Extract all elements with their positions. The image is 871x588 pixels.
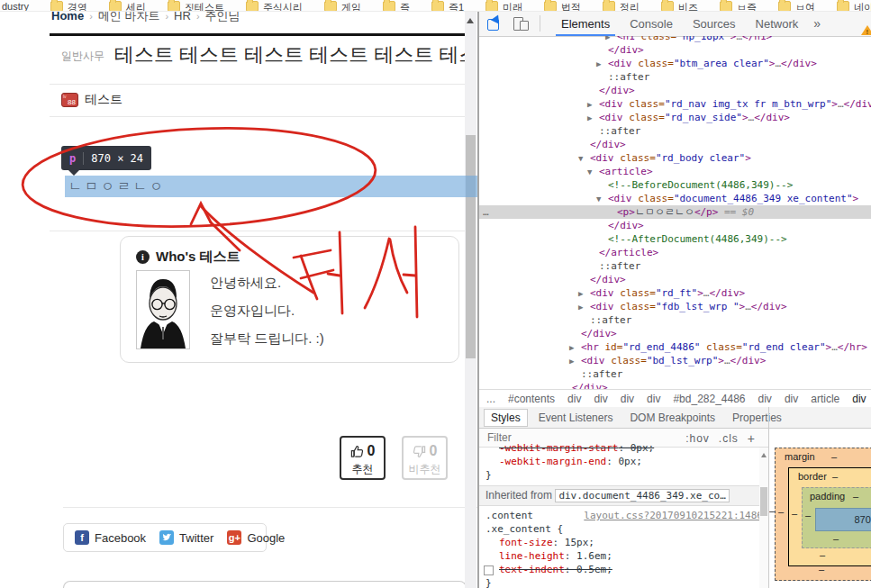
dom-crumb[interactable]: article [811,393,839,405]
sidebar-tab-properties[interactable]: Properties [726,410,788,426]
expand-arrow-closed[interactable]: ▶ [587,112,599,125]
more-tabs-icon[interactable]: » [813,16,821,31]
expand-arrow-closed[interactable]: ▶ [578,301,590,314]
tab-network[interactable]: Network [750,12,804,36]
dom-tree-line[interactable]: ▶<hr id="rd_end_4486" class="rd_end clea… [479,340,871,354]
bookmark-item[interactable]: 짓테스트 [168,1,224,12]
dom-tree-line[interactable]: ▼<div class="document_4486_349 xe_conten… [479,192,871,205]
expand-arrow-closed[interactable]: ▶ [569,341,581,355]
bookmark-partial-label[interactable]: dustry [2,1,29,12]
dom-tree-line[interactable]: </div> [479,43,871,57]
vote-down-button[interactable]: 0 비추천 [402,436,448,480]
expand-arrow-open[interactable]: ▼ [596,193,608,206]
share-twitter-button[interactable]: Twitter [159,530,213,545]
bookmark-item[interactable]: 네이버 [837,1,871,12]
css-property[interactable]: -webkit-margin-start: 0px; [479,441,768,455]
warning-icon[interactable] [861,19,871,35]
dom-tree-line[interactable]: </div> [479,219,871,232]
property-checkbox[interactable] [484,565,494,575]
device-toolbar-icon[interactable] [513,17,528,30]
styles-scrollbar[interactable] [759,448,768,588]
dom-crumb[interactable]: #contents [508,393,555,405]
bookmark-item[interactable]: 세리 [109,1,146,12]
dom-tree-line[interactable]: ▼<div class="rd_body clear"> [479,151,871,165]
sidebar-tab-event-listeners[interactable]: Event Listeners [532,410,620,426]
box-model-margin[interactable]: margin – border – padding – 870 × 24 – –… [775,448,871,581]
scrollbar-thumb[interactable] [466,135,476,358]
styles-scrollbar-thumb[interactable] [760,487,767,516]
bookmarks-bar[interactable]: dustry 경영세리짓테스트주식시리게임즉즉1미래법적정리비즈ㅂ즉ㅂ여네이버☁… [0,0,871,12]
box-model-border[interactable]: border – padding – 870 × 24 – – – – [788,467,871,566]
bookmark-item[interactable]: 게임 [324,1,361,12]
vote-up-button[interactable]: 0 추천 [340,436,386,480]
dom-tree-line[interactable]: ::after [479,367,871,381]
dom-crumb[interactable]: div [852,393,866,405]
bookmark-item[interactable]: 정리 [603,1,640,12]
box-model-content[interactable]: 870 × 24 [815,508,871,531]
dom-tree-line[interactable]: ▶<div class="fdb_lst_wrp ">…</div> [479,300,871,313]
inspect-element-icon[interactable] [487,16,503,31]
dom-tree-line[interactable]: ▶<h1 class="hp_18px">…</h1> [479,36,871,43]
dom-crumb[interactable]: div [647,393,660,405]
dom-tree-line[interactable]: ▶<div class="rd_nav img_tx fr m_btn_wrp"… [479,97,871,111]
dom-tree-line[interactable]: ::after [479,124,871,138]
dom-tree-line[interactable]: ::after [479,70,871,84]
dom-tree-line[interactable]: <!--AfterDocument(4486,349)--> [479,232,871,246]
author-name[interactable]: 테스트 [85,92,122,108]
css-source-link[interactable]: layout.css?20170910215221:1486 [584,509,763,522]
dom-crumb[interactable]: div [594,393,607,405]
dom-tree-line[interactable]: …<p>ㄴㅁㅇㄹㄴㅇ</p> == $0 [479,205,871,219]
expand-arrow-closed[interactable]: ▶ [578,287,590,301]
bookmark-item[interactable]: 미래 [485,1,522,12]
css-property[interactable]: font-size: 15px; [479,536,768,549]
bookmark-item[interactable]: 주식시리 [246,1,303,12]
tab-sources[interactable]: Sources [687,12,741,36]
dom-tree-line[interactable]: ▶<div class="btm_area clear">…</div> [479,57,871,70]
dom-crumb[interactable]: div [567,393,581,405]
bookmark-item[interactable]: 비즈 [661,1,698,12]
expand-arrow-closed[interactable]: ▶ [569,355,581,368]
box-model-padding[interactable]: padding – 870 × 24 – – [802,487,871,548]
dom-crumb[interactable]: div [785,393,798,405]
sidebar-tab-dom-breakpoints[interactable]: DOM Breakpoints [623,410,721,426]
css-selector[interactable]: .xe_content { [479,522,768,536]
dom-tree-line[interactable]: ::after [479,259,871,273]
expand-arrow-closed[interactable]: ▶ [596,58,608,71]
css-property[interactable]: -webkit-margin-end: 0px; [479,455,768,468]
dom-tree-line[interactable]: </div> [479,381,871,389]
share-facebook-button[interactable]: fFacebook [75,530,146,545]
dom-tree-line[interactable]: ▼<article> [479,165,871,178]
expand-arrow-open[interactable]: ▼ [587,166,599,179]
dom-crumb[interactable]: #bd_282_4486 [673,393,745,405]
dom-tree-line[interactable]: ::after [479,313,871,327]
bookmark-item[interactable]: 즉1 [431,1,464,12]
bookmark-item[interactable]: 즉 [383,1,410,12]
dom-tree-line[interactable]: </div> [479,84,871,97]
share-google-button[interactable]: g+Google [227,530,285,545]
dom-tree-line[interactable]: ▶<div class="bd_lst_wrp">…</div> [479,354,871,367]
tab-console[interactable]: Console [624,12,678,36]
sidebar-tab-styles[interactable]: Styles [484,409,528,427]
dom-tree-line[interactable]: </div> [479,327,871,340]
bookmark-item[interactable]: ㅂ즉 [720,1,757,12]
page-scrollbar[interactable] [465,11,476,588]
bookmark-item[interactable]: 경영 [50,1,87,12]
css-property[interactable]: line-height: 1.6em; [479,549,768,563]
expand-arrow-open[interactable]: ▼ [578,152,590,166]
dom-crumb[interactable]: div [758,393,772,405]
bookmark-item[interactable]: 법적 [544,1,581,12]
scrollbar-up-arrow[interactable] [467,14,474,23]
dom-breadcrumb-bar[interactable]: ...#contentsdivdivdivdiv#bd_282_4486divd… [479,389,871,407]
expand-arrow-closed[interactable]: ▶ [587,98,599,112]
author-row[interactable]: lv 88 테스트 [61,92,122,108]
css-property[interactable]: text-indent: 0.5em; [479,563,768,576]
dom-crumb[interactable]: div [621,393,634,405]
dom-tree-line[interactable]: </div> [479,138,871,151]
dom-crumb[interactable]: ... [486,393,495,405]
dom-tree-line[interactable]: <!--BeforeDocument(4486,349)--> [479,178,871,192]
css-selector[interactable]: .content [485,509,533,522]
styles-scrollbar-up-arrow[interactable] [761,450,767,457]
dom-tree-line[interactable]: </article> [479,246,871,259]
tab-elements[interactable]: Elements [556,12,615,36]
dom-tree-line[interactable]: ▶<div class="rd_nav_side">…</div> [479,111,871,124]
